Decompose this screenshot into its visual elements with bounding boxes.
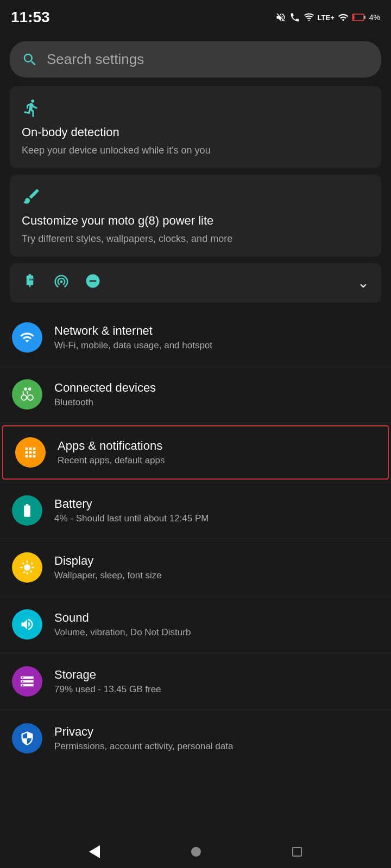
sound-icon-circle (12, 609, 42, 640)
battery-text-group: Battery 4% - Should last until about 12:… (54, 497, 209, 524)
network-icon-circle (12, 322, 42, 353)
settings-item-apps[interactable]: Apps & notifications Recent apps, defaul… (2, 425, 389, 480)
sound-text: Sound Volume, vibration, Do Not Disturb (54, 611, 191, 638)
apps-icon-circle (15, 437, 46, 468)
svg-rect-1 (352, 15, 354, 20)
settings-item-privacy[interactable]: Privacy Permissions, account activity, p… (0, 712, 391, 764)
storage-title: Storage (54, 668, 161, 682)
customize-icon (22, 187, 369, 208)
divider-4 (0, 539, 391, 539)
nav-bar (0, 835, 391, 868)
display-subtitle: Wallpaper, sleep, font size (54, 570, 162, 581)
signal-icon (338, 12, 349, 23)
settings-list: Network & internet Wi-Fi, mobile, data u… (0, 309, 391, 767)
connected-text: Connected devices Bluetooth (54, 381, 156, 408)
settings-item-connected[interactable]: Connected devices Bluetooth (0, 368, 391, 420)
network-text: Network & internet Wi-Fi, mobile, data u… (54, 324, 212, 351)
apps-subtitle: Recent apps, default apps (58, 455, 165, 466)
privacy-title: Privacy (54, 725, 233, 739)
connected-subtitle: Bluetooth (54, 397, 156, 408)
storage-icon-circle (12, 666, 42, 697)
privacy-subtitle: Permissions, account activity, personal … (54, 741, 233, 752)
quick-dnd-icon[interactable] (85, 273, 101, 293)
battery-icon-circle (12, 495, 42, 526)
status-icons: LTE+ 4% (275, 12, 380, 23)
divider-5 (0, 596, 391, 596)
bottom-spacer (0, 767, 391, 805)
hotspot-icon (304, 12, 314, 23)
storage-subtitle: 79% used - 13.45 GB free (54, 684, 161, 695)
search-bar[interactable]: Search settings (10, 41, 381, 78)
nav-back-button[interactable] (89, 845, 100, 858)
network-subtitle: Wi-Fi, mobile, data usage, and hotspot (54, 340, 212, 351)
divider-6 (0, 653, 391, 653)
on-body-subtitle: Keep your device unlocked while it's on … (22, 145, 369, 156)
sound-subtitle: Volume, vibration, Do Not Disturb (54, 627, 191, 638)
divider-7 (0, 710, 391, 710)
settings-item-network[interactable]: Network & internet Wi-Fi, mobile, data u… (0, 311, 391, 363)
lte-badge1: LTE+ (318, 14, 335, 22)
display-text: Display Wallpaper, sleep, font size (54, 554, 162, 581)
quick-access-chevron[interactable]: ⌄ (357, 275, 369, 291)
on-body-icon (22, 98, 369, 120)
nav-recent-button[interactable] (292, 847, 302, 857)
display-icon-circle (12, 552, 42, 583)
display-title: Display (54, 554, 162, 568)
divider-2 (0, 423, 391, 423)
quick-hotspot-icon[interactable] (53, 273, 70, 293)
apps-text: Apps & notifications Recent apps, defaul… (58, 439, 165, 466)
promo-card-customize[interactable]: Customize your moto g(8) power lite Try … (10, 175, 381, 257)
connected-icon-circle (12, 379, 42, 410)
battery-title: Battery (54, 497, 209, 511)
mute-icon (275, 12, 286, 23)
privacy-text: Privacy Permissions, account activity, p… (54, 725, 233, 752)
network-title: Network & internet (54, 324, 212, 338)
battery-percentage: 4% (369, 13, 380, 22)
promo-card-on-body[interactable]: On-body detection Keep your device unloc… (10, 86, 381, 168)
customize-title: Customize your moto g(8) power lite (22, 214, 369, 228)
connected-title: Connected devices (54, 381, 156, 395)
quick-battery-icon[interactable] (22, 273, 38, 293)
search-icon (22, 52, 38, 68)
quick-access-bar[interactable]: ⌄ (10, 263, 381, 303)
storage-text: Storage 79% used - 13.45 GB free (54, 668, 161, 695)
svg-rect-2 (364, 16, 365, 19)
divider-1 (0, 366, 391, 366)
apps-title: Apps & notifications (58, 439, 165, 453)
settings-item-storage[interactable]: Storage 79% used - 13.45 GB free (0, 655, 391, 707)
status-bar: 11:53 LTE+ 4% (0, 0, 391, 33)
status-time: 11:53 (11, 9, 50, 26)
on-body-title: On-body detection (22, 125, 369, 139)
settings-item-battery[interactable]: Battery 4% - Should last until about 12:… (0, 484, 391, 537)
battery-subtitle: 4% - Should last until about 12:45 PM (54, 513, 209, 524)
privacy-icon-circle (12, 723, 42, 754)
sound-title: Sound (54, 611, 191, 625)
battery-icon (352, 14, 366, 21)
quick-icons-group (22, 273, 101, 293)
settings-item-sound[interactable]: Sound Volume, vibration, Do Not Disturb (0, 598, 391, 650)
settings-item-display[interactable]: Display Wallpaper, sleep, font size (0, 541, 391, 593)
nav-home-button[interactable] (191, 847, 201, 857)
divider-3 (0, 482, 391, 482)
search-placeholder: Search settings (47, 51, 144, 68)
customize-subtitle: Try different styles, wallpapers, clocks… (22, 233, 369, 245)
phone-icon (289, 12, 300, 23)
